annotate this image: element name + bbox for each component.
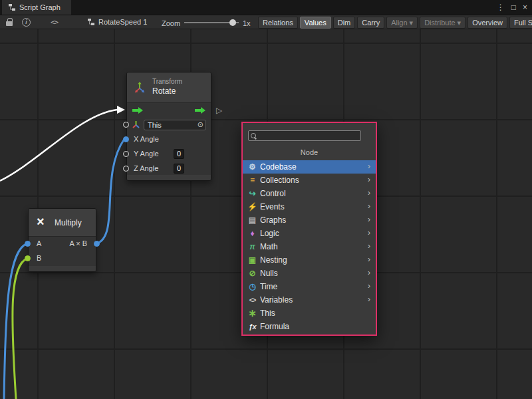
- fullscreen-button[interactable]: Full Screen: [509, 17, 532, 29]
- output-label: A × B: [69, 239, 87, 247]
- this-port[interactable]: [123, 122, 129, 128]
- kebab-menu-icon[interactable]: ⋮: [497, 3, 505, 12]
- transform-icon: [134, 82, 146, 94]
- finder-item-label: Math: [260, 242, 278, 251]
- node-footer: [127, 175, 211, 180]
- node-transform-rotate[interactable]: Transform Rotate ▷ This ⊙: [126, 72, 211, 181]
- finder-item-label: This: [260, 309, 275, 318]
- node-subtitle: Transform: [152, 78, 182, 85]
- y-angle-label: Y Angle: [134, 150, 159, 158]
- align-button[interactable]: Align ▾: [386, 17, 418, 29]
- this-row: This ⊙: [127, 118, 211, 132]
- wire-into-b[interactable]: [13, 258, 28, 399]
- finder-item-label: Time: [260, 282, 277, 291]
- flow-output-port-icon[interactable]: ▷: [216, 106, 222, 115]
- x-angle-port[interactable]: [123, 136, 129, 142]
- close-icon[interactable]: ×: [523, 3, 527, 12]
- x-angle-label: X Angle: [134, 135, 159, 143]
- chevron-right-icon: ›: [368, 174, 370, 184]
- node-finder-menu: Node ⚙ Codebase › ≡ Collections › ↪ Cont…: [241, 122, 377, 336]
- unity-editor-window: Script Graph ⋮ □ × i <> RotateSpeed 1 Zo…: [0, 0, 532, 399]
- script-graph-icon: [8, 3, 16, 11]
- wire-into-a[interactable]: [4, 243, 28, 399]
- overview-button[interactable]: Overview: [467, 17, 507, 29]
- this-object-field[interactable]: This ⊙: [144, 120, 206, 130]
- wire-multiply-to-xangle[interactable]: [97, 139, 124, 243]
- finder-item-label: Logic: [260, 229, 279, 238]
- chevron-down-icon: ▾: [458, 19, 462, 27]
- wire-flow-input[interactable]: [0, 110, 117, 181]
- carry-button[interactable]: Carry: [357, 17, 384, 29]
- info-icon[interactable]: i: [22, 18, 31, 27]
- chevron-down-icon: ▾: [410, 19, 414, 27]
- maximize-icon[interactable]: □: [511, 3, 516, 12]
- finder-item-label: Nulls: [260, 269, 278, 278]
- chevron-right-icon: ›: [368, 214, 370, 224]
- lock-icon[interactable]: [6, 21, 13, 26]
- b-row: B: [29, 251, 96, 266]
- multiply-icon: ×: [37, 214, 45, 229]
- finder-item-label: Nesting: [260, 255, 287, 265]
- a-label: A: [37, 239, 41, 247]
- finder-item-graphs[interactable]: ▤ Graphs ›: [243, 213, 376, 227]
- tab-script-graph[interactable]: Script Graph: [2, 0, 71, 15]
- a-input-port[interactable]: [25, 241, 31, 247]
- breadcrumb[interactable]: RotateSpeed 1: [87, 18, 147, 26]
- nesting-icon: ▣: [247, 255, 258, 265]
- graph-toolbar: i <> RotateSpeed 1 Zoom 1x Relations Val…: [0, 15, 532, 29]
- finder-item-this[interactable]: ∗ This: [243, 307, 376, 320]
- finder-item-math[interactable]: π Math ›: [243, 240, 376, 253]
- node-footer: [29, 266, 96, 271]
- b-input-port[interactable]: [25, 255, 31, 261]
- finder-item-time[interactable]: ◷ Time ›: [243, 280, 376, 293]
- node-title: Rotate: [152, 86, 176, 96]
- logic-icon: ♦: [247, 229, 258, 238]
- finder-item-collections[interactable]: ≡ Collections ›: [243, 174, 376, 187]
- finder-item-nesting[interactable]: ▣ Nesting ›: [243, 253, 376, 267]
- chevron-right-icon: ›: [368, 241, 370, 251]
- distribute-button[interactable]: Distribute ▾: [420, 17, 466, 29]
- collections-icon: ≡: [247, 176, 258, 185]
- finder-item-events[interactable]: ⚡ Events ›: [243, 200, 376, 213]
- y-angle-port[interactable]: [123, 151, 129, 157]
- values-button[interactable]: Values: [300, 17, 331, 29]
- z-angle-value-field[interactable]: 0: [174, 164, 184, 174]
- y-angle-value-field[interactable]: 0: [174, 149, 184, 159]
- finder-item-nulls[interactable]: ⊘ Nulls ›: [243, 267, 376, 280]
- finder-item-codebase[interactable]: ⚙ Codebase ›: [243, 160, 376, 174]
- dim-button[interactable]: Dim: [333, 17, 356, 29]
- z-angle-port[interactable]: [123, 166, 129, 172]
- zoom-value: 1x: [243, 19, 251, 27]
- breadcrumb-label: RotateSpeed 1: [98, 18, 147, 26]
- finder-item-logic[interactable]: ♦ Logic ›: [243, 227, 376, 240]
- graphs-icon: ▤: [247, 215, 258, 225]
- zoom-slider-handle[interactable]: [229, 19, 236, 26]
- flow-output-arrow-icon[interactable]: [195, 107, 205, 114]
- wire-flow-arrowhead-icon: [117, 106, 125, 114]
- relations-button[interactable]: Relations: [258, 17, 298, 29]
- math-icon: π: [247, 242, 258, 251]
- zoom-label: Zoom: [162, 19, 180, 27]
- flow-input-arrow-icon[interactable]: [132, 107, 143, 114]
- finder-item-control[interactable]: ↪ Control ›: [243, 187, 376, 200]
- this-field-label: This: [148, 121, 162, 129]
- rotate-node-header[interactable]: Transform Rotate: [127, 72, 211, 103]
- events-icon: ⚡: [247, 202, 258, 211]
- b-label: B: [37, 254, 41, 262]
- flow-row: ▷: [127, 103, 211, 118]
- node-multiply[interactable]: × Multiply A A × B B: [28, 208, 96, 272]
- z-angle-label: Z Angle: [134, 164, 158, 172]
- multiply-node-header[interactable]: × Multiply: [29, 209, 96, 237]
- product-output-port[interactable]: [94, 241, 100, 247]
- chevron-right-icon: ›: [368, 188, 370, 198]
- graph-canvas[interactable]: Transform Rotate ▷ This ⊙: [0, 29, 532, 399]
- finder-item-formula[interactable]: ƒx Formula: [243, 320, 376, 333]
- finder-item-variables[interactable]: <> Variables ›: [243, 293, 376, 307]
- toolbar-buttons: Relations Values Dim Carry Align ▾ Distr…: [258, 17, 532, 29]
- search-field[interactable]: [248, 130, 361, 141]
- code-view-icon[interactable]: <>: [51, 18, 58, 27]
- tab-title: Script Graph: [19, 3, 61, 11]
- time-icon: ◷: [247, 282, 258, 291]
- object-picker-icon[interactable]: ⊙: [198, 120, 203, 129]
- node-search-input[interactable]: [258, 131, 359, 140]
